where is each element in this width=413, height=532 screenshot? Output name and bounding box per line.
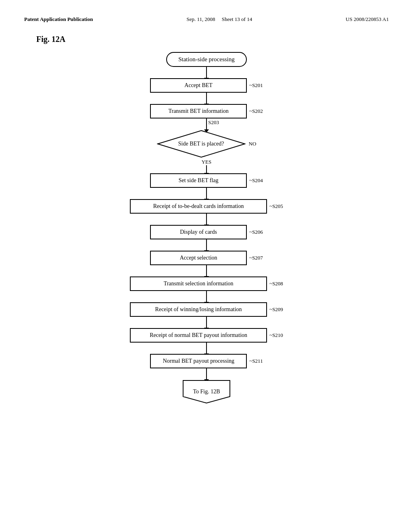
header-date: Sep. 11, 2008 [186, 16, 215, 22]
s210-label: ~S210 [269, 332, 283, 339]
arrow-9 [206, 291, 207, 302]
yes-label: YES [202, 159, 212, 165]
s201-box: Accept BET [150, 78, 247, 93]
arrow-11 [206, 343, 207, 354]
s202-label: ~S202 [249, 108, 263, 114]
step-s204: Set side BET flag ~S204 [150, 173, 263, 199]
step-s208: Transmit selection information ~S208 [130, 276, 283, 302]
s207-box: Accept selection [150, 251, 247, 265]
s208-row: Transmit selection information ~S208 [130, 276, 283, 291]
s205-label: ~S205 [269, 203, 283, 210]
flowchart: Station-side processing Accept BET ~S201… [24, 52, 389, 404]
s203-diamond: Side BET is placed? [157, 130, 246, 158]
arrow-3 [206, 118, 207, 130]
step-s205: Receipt of to-be-dealt cards information… [130, 199, 283, 225]
arrow-6 [206, 214, 207, 225]
step-s201: Accept BET ~S201 [150, 78, 263, 104]
step-s202: Transmit BET information ~S202 S203 [150, 104, 263, 130]
step-s211: Normal BET payout processing ~S211 [150, 354, 263, 380]
header-sheet: Sheet 13 of 14 [222, 16, 252, 22]
step-s210: Receipt of normal BET payout information… [130, 328, 283, 354]
s204-row: Set side BET flag ~S204 [150, 173, 263, 188]
s204-box: Set side BET flag [150, 173, 247, 188]
step-s203: Side BET is placed? NO YES [157, 130, 257, 173]
header-patent-number: US 2008/220853 A1 [346, 16, 389, 23]
arrow-5 [206, 188, 207, 199]
s206-label: ~S206 [249, 229, 263, 235]
s202-box: Transmit BET information [150, 104, 247, 118]
step-s207: Accept selection ~S207 [150, 251, 263, 276]
s208-box: Transmit selection information [130, 276, 267, 291]
header-publication: Patent Application Publication [24, 16, 93, 23]
no-label: NO [249, 141, 257, 147]
connector-shape: To Fig. 12B [182, 380, 231, 404]
s203-step-label: S203 [208, 119, 219, 126]
s202-row: Transmit BET information ~S202 [150, 104, 263, 118]
s209-row: Receipt of winning/losing information ~S… [130, 302, 283, 317]
s207-label: ~S207 [249, 255, 263, 261]
s209-box: Receipt of winning/losing information [130, 302, 267, 317]
arrow-1 [206, 67, 207, 78]
s210-box: Receipt of normal BET payout information [130, 328, 267, 343]
arrow-10 [206, 317, 207, 328]
header-date-sheet: Sep. 11, 2008 Sheet 13 of 14 [186, 16, 252, 23]
s211-label: ~S211 [249, 358, 263, 364]
arrow-12 [206, 368, 207, 380]
step-s206: Display of cards ~S206 [150, 225, 263, 251]
s203-row: Side BET is placed? NO [157, 130, 257, 158]
s201-label: ~S201 [249, 82, 263, 89]
s211-box: Normal BET payout processing [150, 354, 247, 368]
connector-text: To Fig. 12B [193, 389, 220, 395]
start-step: Station-side processing [166, 52, 247, 78]
arrow-4 [206, 165, 207, 173]
s203-text: Side BET is placed? [178, 141, 224, 147]
s206-box: Display of cards [150, 225, 247, 239]
figure-label: Fig. 12A [36, 35, 389, 44]
header: Patent Application Publication Sep. 11, … [24, 16, 389, 23]
arrow-7 [206, 239, 207, 251]
step-s209: Receipt of winning/losing information ~S… [130, 302, 283, 328]
arrow-2 [206, 93, 207, 104]
arrow-8 [206, 265, 207, 276]
start-terminal: Station-side processing [166, 52, 247, 67]
s205-box: Receipt of to-be-dealt cards information [130, 199, 267, 214]
connector-step: To Fig. 12B [182, 380, 231, 404]
s207-row: Accept selection ~S207 [150, 251, 263, 265]
s206-row: Display of cards ~S206 [150, 225, 263, 239]
s201-row: Accept BET ~S201 [150, 78, 263, 93]
s211-row: Normal BET payout processing ~S211 [150, 354, 263, 368]
s209-label: ~S209 [269, 306, 283, 313]
s210-row: Receipt of normal BET payout information… [130, 328, 283, 343]
s204-label: ~S204 [249, 177, 263, 184]
s208-label: ~S208 [269, 281, 283, 287]
s205-row: Receipt of to-be-dealt cards information… [130, 199, 283, 214]
page: Patent Application Publication Sep. 11, … [0, 0, 413, 532]
